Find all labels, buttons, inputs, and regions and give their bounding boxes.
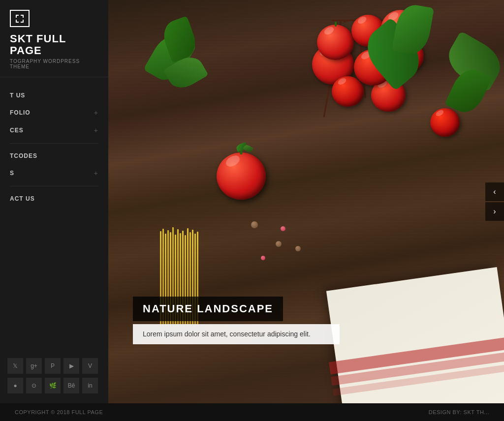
twitter-button[interactable]: 𝕏 — [7, 358, 23, 374]
site-title: SKT FULL PAGE — [10, 33, 98, 57]
single-tomato-center — [217, 152, 266, 200]
sidebar-item-shortcodes[interactable]: TCODES — [0, 148, 108, 164]
behance-button[interactable]: Bē — [63, 378, 79, 393]
resize-icon — [15, 14, 25, 24]
dribbble-button[interactable]: ⊙ — [26, 378, 42, 393]
slide-caption: NATURE LANDSCAPE Lorem ipsum dolor sit a… — [133, 297, 379, 344]
youtube-button[interactable]: ▶ — [63, 358, 79, 374]
nav-label-services: CES — [10, 127, 24, 134]
nav-label-portfolio: FOLIO — [10, 109, 31, 116]
footer-design-by: DESIGN BY: SKT TH... — [429, 409, 489, 415]
peppercorn-2 — [276, 241, 282, 247]
slide-description: Lorem ipsum dolor sit amet, consectetur … — [143, 330, 311, 338]
main-content: NATURE LANDSCAPE Lorem ipsum dolor sit a… — [108, 0, 504, 403]
flickr-button[interactable]: ● — [7, 378, 23, 393]
social-row-2: ● ⊙ 🌿 Bē in — [7, 378, 101, 393]
nav-label-shortcodes: TCODES — [10, 152, 37, 159]
services-expand-icon: + — [94, 126, 98, 134]
social-icons-section: 𝕏 g+ P ▶ V ● ⊙ 🌿 Bē in — [0, 351, 108, 403]
sidebar-item-blog[interactable]: S + — [0, 164, 108, 182]
basil-group-left — [148, 15, 207, 93]
leaf-button[interactable]: 🌿 — [45, 378, 61, 393]
pinterest-button[interactable]: P — [45, 358, 61, 374]
slide-title: NATURE LANDSCAPE — [143, 302, 273, 315]
slide-title-background: NATURE LANDSCAPE — [133, 297, 283, 321]
linkedin-button[interactable]: in — [82, 378, 98, 393]
peppercorn-3 — [295, 246, 301, 251]
nav-label-contact: ACT US — [10, 195, 35, 202]
pink-peppercorn-1 — [281, 226, 285, 231]
vimeo-button[interactable]: V — [82, 358, 98, 374]
hero-background: NATURE LANDSCAPE Lorem ipsum dolor sit a… — [108, 0, 504, 403]
nav-label-about: T US — [10, 92, 25, 99]
social-row-1: 𝕏 g+ P ▶ V — [7, 358, 101, 374]
sidebar-item-services[interactable]: CES + — [0, 121, 108, 139]
footer: COPYRIGHT © 2018 FULL PAGE DESIGN BY: SK… — [0, 403, 504, 421]
portfolio-expand-icon: + — [94, 109, 98, 117]
peppercorn-1 — [251, 221, 258, 228]
pink-peppercorn-2 — [261, 256, 265, 260]
tomatoes-cluster — [283, 0, 499, 192]
slide-nav-arrows: ‹ › — [485, 182, 504, 221]
footer-copyright: COPYRIGHT © 2018 FULL PAGE — [15, 409, 103, 415]
slide-description-background: Lorem ipsum dolor sit amet, consectetur … — [133, 324, 340, 344]
prev-slide-button[interactable]: ‹ — [485, 182, 504, 201]
next-slide-button[interactable]: › — [485, 202, 504, 221]
nav-divider-2 — [10, 186, 98, 186]
sidebar-item-contact[interactable]: ACT US — [0, 190, 108, 207]
sidebar-header: SKT FULL PAGE TOGRAPHY WORDPRESS THEME — [0, 0, 108, 77]
nav-menu: T US FOLIO + CES + TCODES S + ACT US — [0, 77, 108, 351]
site-subtitle: TOGRAPHY WORDPRESS THEME — [10, 59, 98, 69]
google-plus-button[interactable]: g+ — [26, 358, 42, 374]
sidebar-item-about[interactable]: T US — [0, 87, 108, 104]
nav-divider-1 — [10, 143, 98, 144]
nav-label-blog: S — [10, 170, 14, 177]
blog-expand-icon: + — [94, 169, 98, 177]
sidebar-item-portfolio[interactable]: FOLIO + — [0, 104, 108, 121]
logo-icon — [10, 10, 30, 27]
sidebar: SKT FULL PAGE TOGRAPHY WORDPRESS THEME T… — [0, 0, 108, 403]
